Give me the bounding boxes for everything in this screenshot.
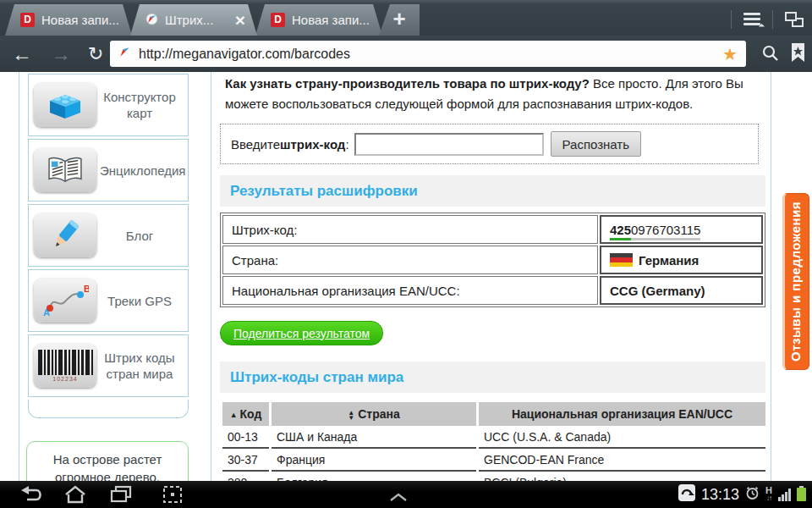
germany-flag-icon (610, 253, 633, 268)
url-text: http://meganavigator.com/barcodes (139, 47, 722, 62)
cell-code: 00-13 (222, 426, 269, 449)
barcode-country-prefix: 425 (610, 223, 631, 240)
browser-tab-active[interactable]: Штрих... × (130, 4, 257, 36)
barcode-rest: 0976703115 (631, 223, 700, 240)
browser-tab-1[interactable]: D Новая запи... (5, 4, 132, 36)
menu-icon[interactable] (743, 13, 760, 26)
sidebar-item-blog[interactable]: Блог (28, 204, 189, 267)
page-border-right (771, 72, 771, 481)
world-codes-heading: Штрих-коды стран мира (230, 369, 403, 386)
cell-country: США и Канада (272, 426, 476, 449)
form-label-suffix: : (345, 137, 348, 152)
browser-tab-bar: D Новая запи... D Новая запи... Штрих...… (0, 0, 812, 36)
recognize-button[interactable]: Распознать (551, 131, 642, 157)
country-name: Германия (639, 253, 699, 268)
sort-asc-icon: ▲ (230, 411, 238, 419)
screenshot-saved-icon (678, 484, 695, 505)
forward-icon[interactable]: → (51, 44, 71, 64)
home-nav-icon[interactable] (64, 485, 86, 507)
sidebar-item-encyclopedia[interactable]: Энциклопедия (28, 139, 189, 202)
column-header-country[interactable]: ▲▼Страна (272, 402, 476, 426)
clock-time: 13:13 (701, 486, 739, 504)
cell-country: Франция (272, 449, 476, 472)
sidebar-end-box (28, 400, 189, 418)
cell-code: 30-37 (222, 449, 269, 472)
result-label: Штрих-код: (222, 215, 598, 244)
share-result-button[interactable]: Поделиться результатом (220, 321, 383, 345)
cell-organization: UCC (U.S.A. & Canada) (479, 426, 765, 449)
table-row: Национальная организация EAN/UCC: CCG (G… (222, 276, 763, 305)
table-row: 380 Болгария BCCI (Bulgaria) (222, 472, 765, 481)
back-icon[interactable]: ← (12, 44, 32, 64)
back-nav-icon[interactable] (20, 485, 44, 507)
barcode-icon: 102234 (34, 344, 96, 388)
bookmark-star-icon[interactable]: ★ (722, 44, 738, 64)
main-content: Как узнать страну-производитель товара п… (211, 72, 771, 481)
tab-title: Штрих... (165, 13, 227, 27)
sidebar-promo-box[interactable]: На острове растет огромное дерево. Местн… (26, 441, 189, 481)
table-row: 00-13 США и Канада UCC (U.S.A. & Canada) (222, 426, 765, 449)
bookmarks-ribbon-icon[interactable] (791, 43, 805, 66)
results-heading: Результаты расшифровки (230, 183, 418, 200)
sidebar-item-label: Конструктор карт (96, 89, 183, 121)
cell-organization: BCCI (Bulgaria) (479, 472, 765, 481)
site-favicon-d: D (271, 13, 285, 27)
lego-brick-icon (34, 83, 96, 127)
address-bar: ← → ↻ http://meganavigator.com/barcodes … (0, 36, 812, 72)
tab-title: Новая запи... (41, 13, 120, 27)
table-row: Штрих-код: 4250976703115 (222, 215, 763, 244)
divider (772, 10, 773, 29)
android-tablet-screen: D Новая запи... D Новая запи... Штрих...… (0, 0, 812, 508)
barcode-number: 102234 (52, 376, 77, 382)
android-nav-bar: 13:13 H↓↑ (0, 481, 812, 508)
column-header-code[interactable]: ▲Код (222, 402, 269, 426)
refresh-icon[interactable]: ↻ (88, 45, 103, 64)
search-icon[interactable] (761, 44, 780, 66)
divider (731, 10, 732, 29)
window-manager-icon[interactable] (785, 12, 804, 27)
expand-caret-icon[interactable] (389, 489, 408, 505)
hspa-network-icon: H↓↑ (765, 487, 772, 502)
url-field[interactable]: http://meganavigator.com/barcodes ★ (110, 41, 746, 67)
sort-both-icon: ▲▼ (348, 411, 354, 421)
column-label: Страна (358, 407, 400, 421)
result-label: Национальная организация EAN/UCC: (222, 276, 598, 305)
world-codes-table: ▲Код ▲▼Страна Национальная организация E… (220, 402, 768, 481)
svg-text:A: A (43, 307, 50, 317)
cell-country: Болгария (272, 472, 476, 481)
page-favicon-compass-icon (118, 46, 131, 62)
results-heading-band: Результаты расшифровки (220, 175, 765, 207)
new-tab-button[interactable]: + (379, 4, 420, 36)
barcode-input[interactable] (354, 133, 544, 156)
pencil-icon (34, 213, 96, 257)
column-header-organization[interactable]: Национальная организация EAN/UCC (479, 402, 765, 426)
screenshot-nav-icon[interactable] (162, 485, 183, 507)
results-table: Штрих-код: 4250976703115 Страна: Германи… (220, 213, 765, 307)
sidebar-item-label: Энциклопедия (96, 163, 189, 179)
page-border-left (19, 72, 19, 481)
feedback-banner[interactable]: Отзывы и предложения (782, 193, 809, 370)
intro-paragraph: Как узнать страну-производитель товара п… (225, 74, 761, 114)
compass-favicon-icon (145, 13, 158, 28)
result-organization-value: CCG (Germany) (600, 276, 763, 305)
intro-question: Как узнать страну-производитель товара п… (225, 76, 590, 91)
world-codes-heading-band: Штрих-коды стран мира (220, 362, 765, 393)
sidebar-item-barcodes[interactable]: 102234 Штрих коды стран мира (28, 334, 189, 397)
result-barcode-value: 4250976703115 (600, 215, 763, 244)
table-row: 30-37 Франция GENCOD-EAN France (222, 449, 765, 472)
sidebar-item-label: Блог (96, 228, 183, 244)
barcode-form: Введите штрих-код: Распознать (220, 124, 759, 164)
book-icon (34, 148, 96, 192)
result-country-value: Германия (600, 246, 763, 274)
sidebar: Конструктор карт (28, 74, 189, 418)
sidebar-item-map-builder[interactable]: Конструктор карт (28, 74, 189, 136)
recent-apps-icon[interactable] (110, 485, 132, 507)
battery-icon (797, 488, 806, 501)
close-tab-icon[interactable]: × (235, 12, 245, 29)
form-label-bold: штрих-код (280, 137, 345, 152)
browser-tab-3[interactable]: D Новая запи... (255, 4, 382, 36)
sidebar-item-gps-tracks[interactable]: A B Треки GPS (28, 269, 189, 332)
form-label: Введите (231, 137, 280, 152)
svg-text:B: B (84, 284, 89, 294)
gps-track-icon: A B (34, 279, 96, 323)
